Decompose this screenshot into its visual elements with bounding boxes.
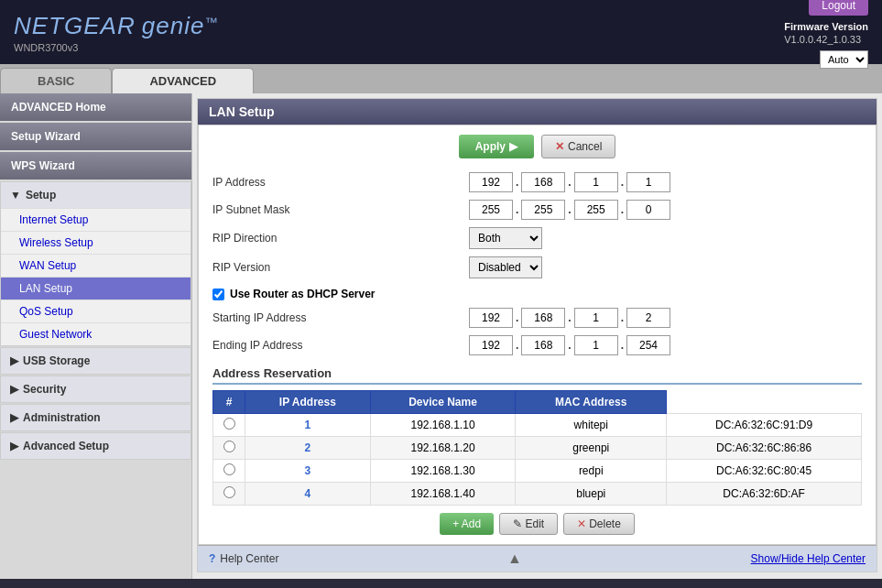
starting-ip-octet-2[interactable] [521,308,565,328]
rip-version-select[interactable]: Disabled RIP-1 RIP-2 [469,256,542,278]
sidebar-item-wps-wizard[interactable]: WPS Wizard [0,152,191,180]
subnet-octet-4[interactable] [626,200,670,220]
lan-setup-header: LAN Setup [198,99,877,125]
administration-header[interactable]: ▶ Administration [1,405,191,430]
subnet-octet-3[interactable] [574,200,618,220]
usb-arrow-icon: ▶ [10,354,18,367]
delete-button[interactable]: ✕ Delete [563,513,635,535]
help-left: ? Help Center [209,552,278,565]
row-radio-3[interactable] [213,483,245,506]
delete-label: Delete [589,517,621,530]
action-bar: Apply ▶ ✕ Cancel [212,135,862,158]
starting-ip-octet-4[interactable] [626,308,670,328]
ip-octet-1[interactable] [469,172,513,192]
adv-setup-label: Advanced Setup [23,440,109,452]
row-radio-2[interactable] [213,460,245,483]
sidebar-item-lan-setup[interactable]: LAN Setup [1,277,191,299]
setup-section-header[interactable]: ▼ Setup [1,182,191,208]
table-row: 4 192.168.1.40 bluepi DC:A6:32:6D:AF [213,483,862,506]
rip-version-row: RIP Version Disabled RIP-1 RIP-2 [212,256,862,278]
subnet-octet-1[interactable] [469,200,513,220]
cancel-button[interactable]: ✕ Cancel [541,135,615,158]
row-ip-0: 192.168.1.10 [370,414,516,437]
ending-ip-octet-2[interactable] [521,335,565,355]
security-header[interactable]: ▶ Security [1,376,191,402]
table-actions: + Add ✎ Edit ✕ Delete [212,513,862,535]
add-button[interactable]: + Add [440,513,494,535]
sidebar-item-setup-wizard[interactable]: Setup Wizard [0,123,191,150]
show-hide-link[interactable]: Show/Hide Help Center [751,552,866,565]
cancel-label: Cancel [568,140,602,153]
row-radio-0[interactable] [213,414,245,437]
lan-scroll-area[interactable]: Apply ▶ ✕ Cancel IP Address . [198,125,877,545]
rip-direction-select[interactable]: None Both In Only Out Only [469,227,542,249]
sidebar-item-advanced-home[interactable]: ADVANCED Home [0,93,191,121]
edit-button[interactable]: ✎ Edit [499,513,558,535]
ip-octet-4[interactable] [626,172,670,192]
ending-ip-octet-3[interactable] [574,335,618,355]
row-radio-input-0[interactable] [223,418,235,430]
ending-ip-octet-1[interactable] [469,335,513,355]
sidebar-item-wireless-setup[interactable]: Wireless Setup [1,231,191,254]
delete-x-icon: ✕ [577,517,586,530]
starting-ip-octet-3[interactable] [574,308,618,328]
help-center-label: Help Center [220,552,278,565]
setup-section: ▼ Setup Internet Setup Wireless Setup WA… [0,181,191,346]
row-device-1: greenpi [516,437,667,460]
sidebar: ADVANCED Home Setup Wizard WPS Wizard ▼ … [0,93,192,579]
row-ip-3: 192.168.1.40 [370,483,516,506]
tab-basic[interactable]: BASIC [0,68,112,93]
row-radio-input-2[interactable] [223,463,235,475]
advanced-setup-header[interactable]: ▶ Advanced Setup [1,433,191,459]
help-icon: ? [209,552,215,565]
apply-icon: ▶ [509,140,517,153]
security-label: Security [23,383,66,396]
ip-octet-3[interactable] [574,172,618,192]
dhcp-section: Use Router as DHCP Server Starting IP Ad… [212,288,862,355]
subnet-dot-1: . [515,203,519,216]
sidebar-item-qos-setup[interactable]: QoS Setup [1,299,191,322]
scroll-up-icon[interactable]: ▲ [507,550,522,567]
row-radio-input-3[interactable] [223,486,235,498]
help-bar: ? Help Center ▲ Show/Hide Help Center [198,545,877,572]
firmware-label: Firmware Version [784,21,868,32]
usb-storage-section: ▶ USB Storage [0,347,191,375]
subnet-mask-group: . . . [469,200,670,220]
row-radio-1[interactable] [213,437,245,460]
row-ip-2: 192.168.1.30 [370,460,516,483]
header-right: Logout Firmware Version V1.0.0.42_1.0.33… [784,0,868,69]
col-header-mac: MAC Address [516,391,667,414]
ending-ip-octet-4[interactable] [626,335,670,355]
language-select[interactable]: Auto [820,50,868,69]
row-radio-input-1[interactable] [223,441,235,452]
usb-storage-header[interactable]: ▶ USB Storage [1,348,191,374]
setup-label: Setup [26,189,56,201]
starting-ip-octet-1[interactable] [469,308,513,328]
tab-advanced[interactable]: ADVANCED [112,68,254,93]
sidebar-item-internet-setup[interactable]: Internet Setup [1,208,191,231]
firmware-value: V1.0.0.42_1.0.33 [784,34,861,45]
apply-label: Apply [475,140,506,153]
sidebar-item-wan-setup[interactable]: WAN Setup [1,254,191,277]
rip-version-label: RIP Version [212,261,469,274]
ip-octet-2[interactable] [521,172,565,192]
table-row: 2 192.168.1.20 greenpi DC:A6:32:6C:86:86 [213,437,862,460]
subnet-mask-row: IP Subnet Mask . . . [212,200,862,220]
e-dot-1: . [515,339,519,352]
starting-ip-group: . . . [469,308,670,328]
dhcp-checkbox-row: Use Router as DHCP Server [212,288,862,300]
main-layout: ADVANCED Home Setup Wizard WPS Wizard ▼ … [0,93,882,579]
sidebar-item-guest-network[interactable]: Guest Network [1,322,191,345]
subnet-octet-2[interactable] [521,200,565,220]
security-arrow-icon: ▶ [10,383,18,396]
apply-button[interactable]: Apply ▶ [459,135,534,158]
dhcp-label: Use Router as DHCP Server [230,288,376,300]
dhcp-checkbox[interactable] [212,289,224,300]
tm-symbol: ™ [204,14,218,28]
e-dot-2: . [567,339,572,352]
row-device-2: redpi [516,460,667,483]
rip-direction-label: RIP Direction [212,232,469,245]
security-section: ▶ Security [0,376,191,403]
ip-address-label: IP Address [212,176,469,189]
logout-button[interactable]: Logout [809,0,868,16]
